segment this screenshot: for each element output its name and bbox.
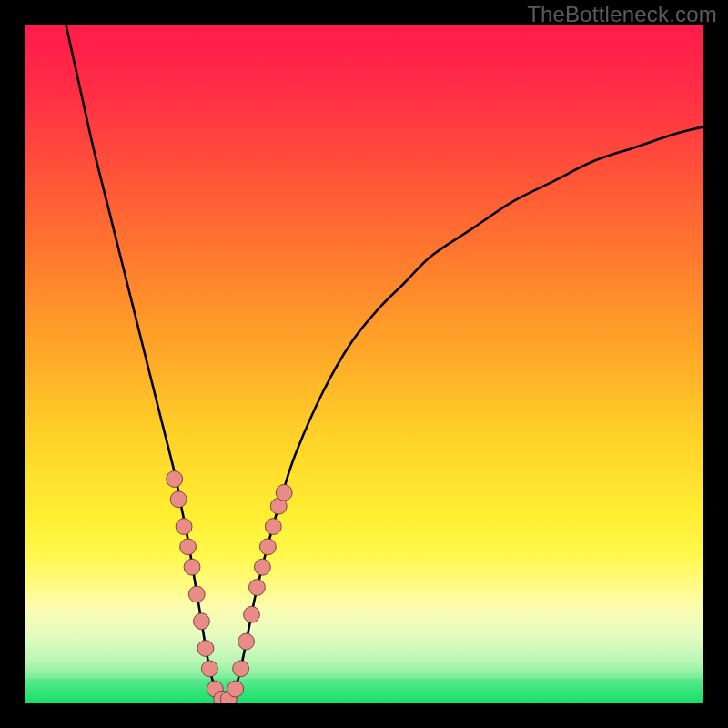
watermark-text: TheBottleneck.com xyxy=(527,2,717,27)
chart-frame: TheBottleneck.com xyxy=(0,0,728,728)
data-marker xyxy=(194,613,210,630)
data-marker xyxy=(176,519,192,535)
data-marker xyxy=(180,539,197,555)
data-marker xyxy=(259,539,276,555)
data-marker xyxy=(201,661,217,677)
data-marker xyxy=(167,471,183,488)
data-marker xyxy=(244,606,260,622)
data-marker xyxy=(233,661,249,677)
data-marker xyxy=(249,580,266,596)
data-marker xyxy=(254,559,270,575)
bottleneck-curve xyxy=(66,25,703,703)
data-marker xyxy=(188,586,205,602)
curve-layer xyxy=(25,25,703,703)
data-marker xyxy=(228,681,244,697)
plot-area xyxy=(25,25,703,703)
data-marker xyxy=(170,491,187,508)
data-marker xyxy=(265,519,281,535)
data-marker xyxy=(197,641,214,657)
data-marker xyxy=(276,484,292,500)
data-marker xyxy=(184,559,200,575)
data-marker xyxy=(238,633,255,650)
